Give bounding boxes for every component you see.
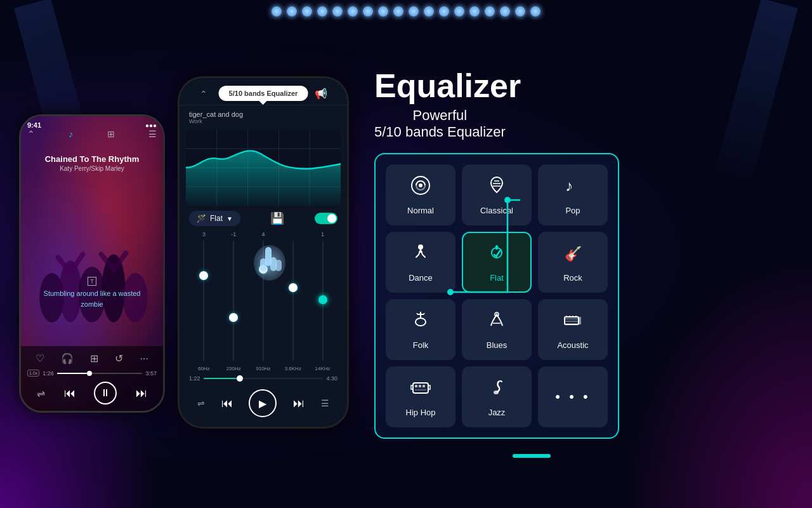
svg-rect-50 <box>422 385 425 387</box>
eq-sliders-area <box>180 237 347 364</box>
eq-song-details: tiger_cat and dog Work <box>189 110 243 124</box>
spotlight-dot <box>454 6 464 17</box>
preset-pop[interactable]: ♪ Pop <box>538 164 608 225</box>
spotlight-dot <box>317 6 327 17</box>
headphone-icon[interactable]: 🎧 <box>61 352 74 364</box>
preset-acoustic[interactable]: Acoustic <box>538 299 608 360</box>
eq-curve-area <box>186 130 341 206</box>
eq-slider-1[interactable] <box>194 241 213 361</box>
back-chevron-icon[interactable]: ⌃ <box>200 89 207 99</box>
menu-icon[interactable]: ☰ <box>148 129 157 139</box>
more-icon[interactable]: ··· <box>140 353 148 364</box>
svg-rect-49 <box>419 385 421 387</box>
eq-slider-5[interactable] <box>313 241 332 361</box>
preset-blues[interactable]: Blues <box>462 299 532 360</box>
dance-icon <box>410 242 431 268</box>
prev-icon[interactable]: ⏮ <box>64 387 75 400</box>
svg-rect-42 <box>579 317 581 324</box>
eq-progress-bar[interactable] <box>204 378 324 379</box>
spotlight-dot <box>439 6 449 17</box>
eq-slider-track-line <box>203 241 204 361</box>
song-artist: Katy Perry/Skip Marley <box>21 165 163 172</box>
eq-play-button[interactable]: ▶ <box>249 389 277 417</box>
page-title: Equalizer <box>374 69 521 102</box>
spotlight-dot <box>348 6 358 17</box>
spotlight-dot <box>393 6 403 17</box>
song-info: Chained To The Rhythm Katy Perry/Skip Ma… <box>21 154 163 172</box>
preset-normal[interactable]: Normal <box>386 164 455 225</box>
eq-slider-thumb[interactable] <box>259 265 268 274</box>
preset-rock[interactable]: 🎸 Rock <box>538 232 608 293</box>
spotlight-dot <box>424 6 434 17</box>
add-icon[interactable]: ⊞ <box>90 352 98 364</box>
preset-folk[interactable]: Folk <box>386 299 455 360</box>
svg-rect-48 <box>415 385 417 387</box>
normal-icon <box>410 175 431 201</box>
player-progress-row: 1.0x 1:26 3:57 <box>27 370 157 377</box>
eq-slider-4[interactable] <box>284 241 303 361</box>
preset-jazz[interactable]: Jazz <box>462 366 532 427</box>
song-title: Chained To The Rhythm <box>21 154 163 164</box>
phone-status-bar: 9:41 ●●● <box>27 121 157 129</box>
preset-hiphop[interactable]: Hip Hop <box>386 366 455 427</box>
eq-queue-icon[interactable]: ☰ <box>321 398 329 408</box>
spotlight-dot <box>515 6 525 17</box>
eq-slider-thumb[interactable] <box>289 283 298 292</box>
spotlight-dot <box>530 6 540 17</box>
preset-dance-label: Dance <box>409 273 433 283</box>
repeat-icon[interactable]: ↺ <box>115 352 123 364</box>
slider-num-3: 4 <box>254 231 273 237</box>
progress-dot <box>87 371 92 376</box>
eq-time-row: 1:22 4:30 <box>180 373 347 384</box>
preset-flat[interactable]: Flat <box>462 232 532 293</box>
slider-num-4 <box>284 231 303 237</box>
eq-slider-thumb[interactable] <box>318 295 327 304</box>
shuffle-icon[interactable]: ⇌ <box>37 387 45 399</box>
svg-rect-41 <box>565 323 579 324</box>
svg-point-27 <box>418 244 423 250</box>
svg-point-32 <box>416 318 426 326</box>
svg-rect-20 <box>275 260 282 271</box>
spotlight-dot <box>363 6 373 17</box>
blues-icon <box>486 309 508 335</box>
eq-slider-2[interactable] <box>224 241 243 361</box>
heart-icon[interactable]: ♡ <box>36 352 44 364</box>
progress-bar[interactable] <box>57 373 143 374</box>
eq-slider-thumb[interactable] <box>229 313 238 322</box>
preset-dance[interactable]: Dance <box>386 232 455 293</box>
freq-label-5: 14KHz <box>313 366 332 371</box>
spotlight-dot <box>409 6 419 17</box>
eq-prev-icon[interactable]: ⏮ <box>221 397 233 410</box>
time-elapsed: 1:26 <box>43 370 54 377</box>
eq-icon[interactable]: ⊞ <box>107 129 115 139</box>
player-actions-row: ♡ 🎧 ⊞ ↺ ··· <box>27 352 157 364</box>
spotlight-dot <box>485 6 495 17</box>
folk-icon <box>410 309 431 335</box>
pause-button[interactable]: ⏸ <box>94 382 117 404</box>
back-icon[interactable]: ⌃ <box>27 129 35 139</box>
next-icon[interactable]: ⏭ <box>136 387 147 400</box>
eq-toggle[interactable] <box>315 213 337 224</box>
audio-icon[interactable]: 📢 <box>315 88 327 100</box>
preset-classical[interactable]: Classical <box>462 164 532 225</box>
eq-next-icon[interactable]: ⏭ <box>293 397 304 410</box>
preset-normal-label: Normal <box>407 206 434 215</box>
preset-hiphop-label: Hip Hop <box>406 408 436 417</box>
eq-curve-svg <box>186 130 341 206</box>
eq-slider-thumb[interactable] <box>199 271 208 280</box>
slider-num-1: 3 <box>194 231 213 237</box>
preset-more[interactable]: • • • <box>538 366 608 427</box>
lyrics-line2: zombie <box>21 299 163 310</box>
eq-shuffle-icon[interactable]: ⇌ <box>197 398 205 408</box>
spotlight-dot <box>332 6 343 17</box>
preset-rock-label: Rock <box>563 273 582 283</box>
eq-progress-fill <box>204 378 237 379</box>
eq-slider-3[interactable] <box>254 241 273 361</box>
svg-text:🎸: 🎸 <box>565 245 582 262</box>
freq-label-2: 230Hz <box>224 366 243 371</box>
subtitle-line2: 5/10 bands Equalizer <box>374 124 506 140</box>
eq-preset-dropdown[interactable]: 🪄 Flat ▼ <box>189 211 240 226</box>
spotlight-dot <box>272 6 282 17</box>
save-icon[interactable]: 💾 <box>270 211 284 225</box>
eq-song-sub: Work <box>189 118 243 124</box>
